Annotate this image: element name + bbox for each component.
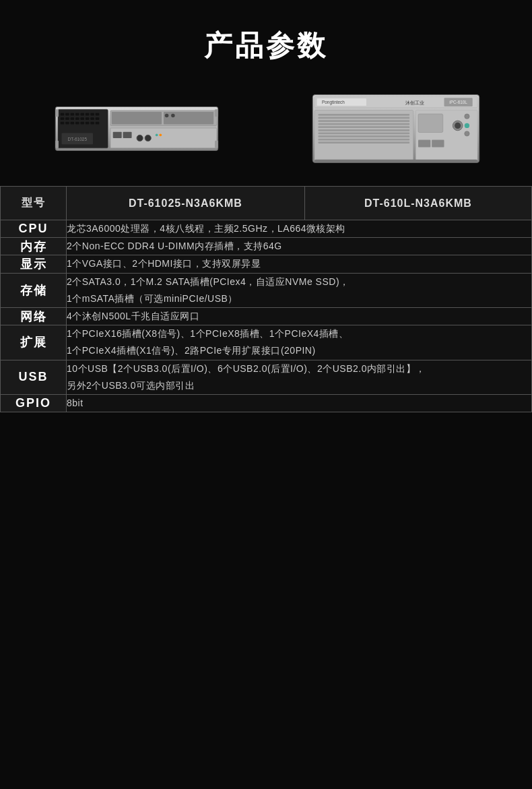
svg-rect-10 (60, 117, 64, 120)
svg-text:iPC-610L: iPC-610L (449, 100, 467, 104)
label-display: 显示 (1, 255, 67, 273)
svg-rect-52 (318, 114, 409, 116)
svg-rect-9 (95, 113, 99, 116)
svg-rect-8 (90, 113, 94, 116)
svg-rect-29 (111, 112, 161, 125)
svg-rect-18 (60, 122, 64, 125)
page-title: 产品参数 (0, 13, 532, 65)
svg-rect-59 (318, 135, 409, 137)
svg-rect-20 (70, 122, 74, 125)
svg-point-37 (145, 135, 151, 141)
svg-rect-6 (80, 113, 84, 116)
svg-rect-19 (65, 122, 69, 125)
svg-rect-40 (55, 109, 59, 117)
svg-point-39 (159, 133, 162, 136)
header-label-cell: 型号 (1, 187, 67, 220)
label-usb: USB (1, 360, 67, 394)
svg-rect-41 (55, 141, 59, 148)
product-image-4u: Pongtintech 沐创工业 iPC-610L (286, 92, 505, 166)
label-cpu: CPU (1, 220, 67, 238)
spec-row-usb: USB 10个USB【2个USB3.0(后置I/O)、6个USB2.0(后置I/… (1, 360, 532, 394)
value-display: 1个VGA接口、2个HDMI接口，支持双屏异显 (67, 255, 532, 273)
svg-rect-17 (95, 117, 99, 120)
label-memory: 内存 (1, 238, 67, 255)
value-network: 4个沐创N500L千兆自适应网口 (67, 307, 532, 325)
spec-row-cpu: CPU 龙芯3A6000处理器，4核八线程，主频2.5GHz，LA664微核架构 (1, 220, 532, 238)
svg-rect-22 (80, 122, 84, 125)
svg-rect-70 (432, 140, 444, 148)
label-network: 网络 (1, 307, 67, 325)
label-storage: 存储 (1, 273, 67, 307)
spec-row-memory: 内存 2个Non-ECC DDR4 U-DIMM内存插槽，支持64G (1, 238, 532, 255)
svg-point-65 (455, 123, 461, 129)
svg-rect-15 (85, 117, 89, 120)
svg-rect-2 (60, 113, 64, 116)
label-gpio: GPIO (1, 394, 67, 412)
svg-rect-5 (75, 113, 79, 116)
svg-rect-71 (314, 160, 477, 162)
svg-text:DT-61025: DT-61025 (67, 137, 87, 141)
svg-rect-34 (112, 132, 121, 138)
svg-point-66 (464, 114, 469, 119)
svg-rect-7 (85, 113, 89, 116)
svg-rect-57 (318, 129, 409, 131)
svg-rect-21 (75, 122, 79, 125)
spec-row-storage: 存储 2个SATA3.0，1个M.2 SATA插槽(PCIex4，自适应NVMe… (1, 273, 532, 307)
svg-point-67 (464, 123, 469, 128)
value-storage: 2个SATA3.0，1个M.2 SATA插槽(PCIex4，自适应NVMe SS… (67, 273, 532, 307)
svg-rect-14 (80, 117, 84, 120)
svg-rect-13 (75, 117, 79, 120)
svg-rect-61 (318, 141, 409, 144)
svg-rect-3 (65, 113, 69, 116)
svg-rect-54 (318, 120, 409, 122)
model2-cell: DT-610L-N3A6KMB (304, 187, 531, 220)
svg-point-68 (464, 131, 469, 136)
svg-rect-63 (418, 114, 443, 133)
svg-point-36 (137, 135, 143, 141)
spec-row-network: 网络 4个沐创N500L千兆自适应网口 (1, 307, 532, 325)
page-wrapper: 产品参数 (0, 0, 532, 439)
svg-text:Pongtintech: Pongtintech (322, 100, 345, 105)
svg-rect-60 (318, 139, 409, 141)
svg-rect-24 (90, 122, 94, 125)
spec-table: 型号 DT-61025-N3A6KMB DT-610L-N3A6KMB CPU … (0, 186, 532, 412)
spec-row-display: 显示 1个VGA接口、2个HDMI接口，支持双屏异显 (1, 255, 532, 273)
spec-row-gpio: GPIO 8bit (1, 394, 532, 412)
value-memory: 2个Non-ECC DDR4 U-DIMM内存插槽，支持64G (67, 238, 532, 255)
svg-rect-42 (215, 109, 218, 117)
svg-rect-58 (318, 133, 409, 135)
svg-rect-35 (123, 132, 131, 138)
product-image-2u: DT-61025 (27, 98, 246, 159)
svg-point-38 (155, 133, 158, 136)
value-usb: 10个USB【2个USB3.0(后置I/O)、6个USB2.0(后置I/O)、2… (67, 360, 532, 394)
svg-rect-30 (163, 112, 213, 125)
label-expansion: 扩展 (1, 325, 67, 360)
header-row: 型号 DT-61025-N3A6KMB DT-610L-N3A6KMB (1, 187, 532, 220)
svg-rect-16 (90, 117, 94, 120)
svg-point-31 (164, 114, 168, 118)
product-images-row: DT-61025 (0, 85, 532, 172)
svg-rect-4 (70, 113, 74, 116)
svg-rect-25 (95, 122, 99, 125)
svg-rect-69 (418, 140, 430, 148)
svg-rect-11 (65, 117, 69, 120)
value-gpio: 8bit (67, 394, 532, 412)
model1-cell: DT-61025-N3A6KMB (67, 187, 305, 220)
svg-point-32 (171, 114, 175, 118)
svg-rect-56 (318, 126, 409, 128)
spec-row-expansion: 扩展 1个PCIeX16插槽(X8信号)、1个PCIeX8插槽、1个PCIeX4… (1, 325, 532, 360)
value-cpu: 龙芯3A6000处理器，4核八线程，主频2.5GHz，LA664微核架构 (67, 220, 532, 238)
svg-rect-43 (215, 141, 218, 148)
value-expansion: 1个PCIeX16插槽(X8信号)、1个PCIeX8插槽、1个PCIeX4插槽、… (67, 325, 532, 360)
svg-rect-23 (85, 122, 89, 125)
svg-text:沐创工业: 沐创工业 (405, 100, 424, 106)
svg-rect-53 (318, 117, 409, 119)
svg-rect-12 (70, 117, 74, 120)
svg-rect-55 (318, 123, 409, 125)
